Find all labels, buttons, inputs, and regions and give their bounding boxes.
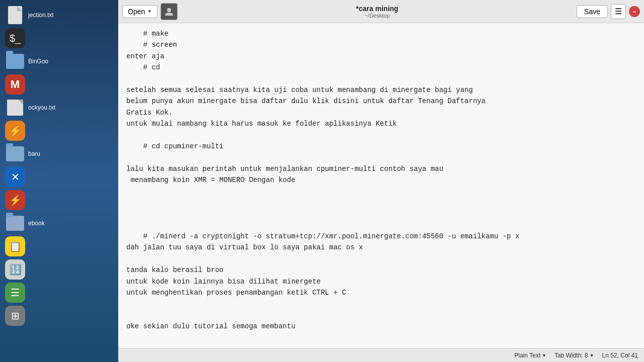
person-icon xyxy=(164,7,174,17)
titlebar: Open ▼ *cara mining ~/Desktop Save ☰ – xyxy=(118,0,644,23)
sidebar-label-ockyou: ockyou.txt xyxy=(28,104,55,111)
close-button[interactable]: – xyxy=(629,6,640,17)
lines-icon: ☰ xyxy=(5,283,25,303)
sidebar-item-crossover[interactable]: ✕ xyxy=(0,166,118,188)
close-icon: – xyxy=(633,8,636,15)
notes-icon: 📋 xyxy=(5,236,25,256)
editor-content: # make # screen enter aja # cd setelah s… xyxy=(126,28,636,332)
sidebar-item-ockyou[interactable]: ockyou.txt xyxy=(0,97,118,119)
sidebar-label-baru: baru xyxy=(28,150,40,157)
file-title: *cara mining xyxy=(356,5,398,13)
ockyou-icon xyxy=(5,98,25,118)
cursor-position: Ln 52, Col 41 xyxy=(602,352,638,359)
sidebar-item-notes[interactable]: 📋 xyxy=(0,235,118,257)
sidebar-item-redshift[interactable]: ⚡ xyxy=(0,120,118,142)
baru-folder-icon xyxy=(5,144,25,164)
sidebar-item-terminal[interactable]: $_ xyxy=(0,27,118,49)
sidebar-item-calculator[interactable]: 🔢 xyxy=(0,258,118,281)
sidebar-item-flashcard[interactable]: ⚡ xyxy=(0,189,118,211)
injection-icon xyxy=(5,5,25,25)
svg-point-0 xyxy=(167,8,171,12)
sidebar-item-m-app[interactable]: M xyxy=(0,73,118,96)
grid-icon: ⊞ xyxy=(5,306,25,326)
statusbar: Plain Text ▼ Tab Width: 8 ▼ Ln 52, Col 4… xyxy=(118,348,644,362)
ebook-folder-icon xyxy=(5,213,25,233)
file-path: ~/Desktop xyxy=(365,13,390,19)
sidebar-label-injection: jection.txt xyxy=(28,12,54,19)
sidebar-label-bingoo: BinGoo xyxy=(28,58,48,65)
sidebar-item-baru[interactable]: baru xyxy=(0,143,118,165)
crossover-icon: ✕ xyxy=(5,167,25,187)
sidebar-item-bingoo[interactable]: BinGoo xyxy=(0,50,118,72)
bingoo-folder-icon xyxy=(5,51,25,71)
plain-text-selector[interactable]: Plain Text ▼ xyxy=(514,352,546,359)
profile-button[interactable] xyxy=(160,3,178,20)
m-app-icon: M xyxy=(5,74,25,95)
redshift-icon: ⚡ xyxy=(5,121,25,141)
position-label: Ln 52, Col 41 xyxy=(602,352,638,359)
sidebar-item-grid[interactable]: ⊞ xyxy=(0,305,118,327)
sidebar-item-injection-txt[interactable]: jection.txt xyxy=(0,4,118,26)
sidebar-label-ebook: ebook xyxy=(28,220,45,227)
sidebar-item-lines[interactable]: ☰ xyxy=(0,282,118,304)
tab-width-label: Tab Width: 8 xyxy=(554,352,588,359)
open-chevron-icon: ▼ xyxy=(147,9,152,14)
title-center: *cara mining ~/Desktop xyxy=(181,5,574,19)
open-label: Open xyxy=(128,8,145,16)
save-button[interactable]: Save xyxy=(577,5,608,18)
plain-text-label: Plain Text xyxy=(514,352,540,359)
tab-width-selector[interactable]: Tab Width: 8 ▼ xyxy=(554,352,594,359)
terminal-icon: $_ xyxy=(5,28,25,48)
tab-width-chevron-icon: ▼ xyxy=(590,353,594,358)
main-area: Open ▼ *cara mining ~/Desktop Save ☰ – #… xyxy=(118,0,644,362)
menu-button[interactable]: ☰ xyxy=(611,4,626,19)
menu-icon: ☰ xyxy=(615,7,622,16)
sidebar-item-ebook[interactable]: ebook xyxy=(0,212,118,234)
flashcard-icon: ⚡ xyxy=(5,190,25,210)
open-button[interactable]: Open ▼ xyxy=(122,5,157,18)
calculator-icon: 🔢 xyxy=(5,259,25,280)
sidebar: jection.txt $_ BinGoo M ockyou.txt ⚡ xyxy=(0,0,118,362)
editor-area[interactable]: # make # screen enter aja # cd setelah s… xyxy=(118,23,644,348)
plain-text-chevron-icon: ▼ xyxy=(542,353,546,358)
save-label: Save xyxy=(584,8,600,16)
